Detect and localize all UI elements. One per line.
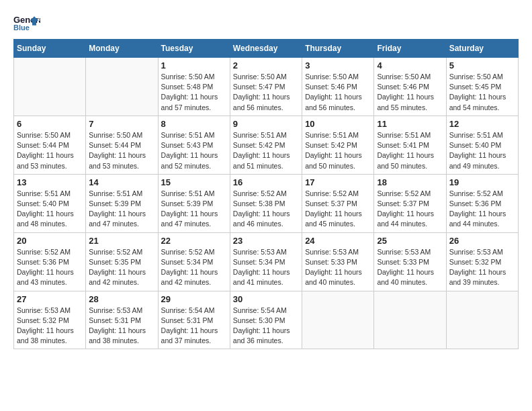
day-number: 29 bbox=[161, 294, 227, 304]
calendar-cell: 13Sunrise: 5:51 AMSunset: 5:40 PMDayligh… bbox=[14, 174, 86, 232]
weekday-header: Monday bbox=[86, 40, 158, 58]
day-info: Sunrise: 5:50 AMSunset: 5:45 PMDaylight:… bbox=[449, 72, 515, 113]
calendar-cell: 23Sunrise: 5:53 AMSunset: 5:34 PMDayligh… bbox=[230, 232, 302, 291]
day-number: 11 bbox=[377, 119, 443, 129]
day-number: 6 bbox=[17, 119, 83, 129]
day-info: Sunrise: 5:51 AMSunset: 5:40 PMDaylight:… bbox=[449, 130, 515, 171]
day-info: Sunrise: 5:50 AMSunset: 5:46 PMDaylight:… bbox=[377, 72, 443, 113]
calendar-cell: 10Sunrise: 5:51 AMSunset: 5:42 PMDayligh… bbox=[302, 116, 374, 174]
day-number: 30 bbox=[233, 294, 299, 304]
calendar-cell: 29Sunrise: 5:54 AMSunset: 5:31 PMDayligh… bbox=[158, 291, 230, 349]
day-number: 13 bbox=[17, 177, 83, 187]
day-info: Sunrise: 5:53 AMSunset: 5:34 PMDaylight:… bbox=[233, 247, 299, 288]
day-number: 20 bbox=[17, 236, 83, 246]
calendar-week-row: 13Sunrise: 5:51 AMSunset: 5:40 PMDayligh… bbox=[14, 174, 519, 232]
weekday-header: Sunday bbox=[14, 40, 86, 58]
day-number: 16 bbox=[233, 177, 299, 187]
day-info: Sunrise: 5:50 AMSunset: 5:46 PMDaylight:… bbox=[305, 72, 371, 113]
day-info: Sunrise: 5:51 AMSunset: 5:43 PMDaylight:… bbox=[161, 130, 227, 171]
weekday-header: Saturday bbox=[446, 40, 518, 58]
calendar-cell: 18Sunrise: 5:52 AMSunset: 5:37 PMDayligh… bbox=[374, 174, 446, 232]
calendar-cell: 16Sunrise: 5:52 AMSunset: 5:38 PMDayligh… bbox=[230, 174, 302, 232]
day-number: 14 bbox=[89, 177, 154, 187]
calendar-cell bbox=[86, 58, 158, 116]
day-info: Sunrise: 5:50 AMSunset: 5:47 PMDaylight:… bbox=[233, 72, 299, 113]
day-info: Sunrise: 5:52 AMSunset: 5:37 PMDaylight:… bbox=[305, 189, 371, 230]
day-info: Sunrise: 5:52 AMSunset: 5:38 PMDaylight:… bbox=[233, 189, 299, 230]
day-number: 27 bbox=[17, 294, 83, 304]
day-info: Sunrise: 5:51 AMSunset: 5:39 PMDaylight:… bbox=[161, 189, 227, 230]
day-number: 1 bbox=[161, 60, 227, 71]
day-info: Sunrise: 5:54 AMSunset: 5:31 PMDaylight:… bbox=[161, 306, 227, 347]
day-number: 24 bbox=[305, 236, 371, 246]
day-number: 8 bbox=[161, 119, 227, 129]
day-number: 22 bbox=[161, 236, 227, 246]
calendar-week-row: 6Sunrise: 5:50 AMSunset: 5:44 PMDaylight… bbox=[14, 116, 519, 174]
day-number: 23 bbox=[233, 236, 299, 246]
weekday-header-row: SundayMondayTuesdayWednesdayThursdayFrid… bbox=[14, 40, 519, 58]
day-info: Sunrise: 5:53 AMSunset: 5:33 PMDaylight:… bbox=[377, 247, 443, 288]
calendar-cell: 15Sunrise: 5:51 AMSunset: 5:39 PMDayligh… bbox=[158, 174, 230, 232]
calendar-cell bbox=[14, 58, 86, 116]
day-number: 17 bbox=[305, 177, 371, 187]
calendar-cell: 8Sunrise: 5:51 AMSunset: 5:43 PMDaylight… bbox=[158, 116, 230, 174]
day-number: 5 bbox=[449, 60, 515, 71]
calendar-week-row: 27Sunrise: 5:53 AMSunset: 5:32 PMDayligh… bbox=[14, 291, 519, 349]
day-number: 28 bbox=[89, 294, 154, 304]
calendar-cell: 20Sunrise: 5:52 AMSunset: 5:36 PMDayligh… bbox=[14, 232, 86, 291]
day-info: Sunrise: 5:53 AMSunset: 5:32 PMDaylight:… bbox=[17, 306, 83, 347]
day-number: 15 bbox=[161, 177, 227, 187]
logo: General Blue bbox=[13, 13, 40, 32]
calendar-cell: 25Sunrise: 5:53 AMSunset: 5:33 PMDayligh… bbox=[374, 232, 446, 291]
calendar-cell: 9Sunrise: 5:51 AMSunset: 5:42 PMDaylight… bbox=[230, 116, 302, 174]
calendar-cell: 22Sunrise: 5:52 AMSunset: 5:34 PMDayligh… bbox=[158, 232, 230, 291]
weekday-header: Thursday bbox=[302, 40, 374, 58]
calendar-cell bbox=[446, 291, 518, 349]
calendar-cell bbox=[374, 291, 446, 349]
logo-icon: General Blue bbox=[13, 13, 40, 32]
weekday-header: Wednesday bbox=[230, 40, 302, 58]
calendar-table: SundayMondayTuesdayWednesdayThursdayFrid… bbox=[13, 39, 519, 349]
day-info: Sunrise: 5:50 AMSunset: 5:48 PMDaylight:… bbox=[161, 72, 227, 113]
day-info: Sunrise: 5:52 AMSunset: 5:35 PMDaylight:… bbox=[89, 247, 154, 288]
calendar-cell: 3Sunrise: 5:50 AMSunset: 5:46 PMDaylight… bbox=[302, 58, 374, 116]
day-number: 3 bbox=[305, 60, 371, 71]
day-info: Sunrise: 5:52 AMSunset: 5:34 PMDaylight:… bbox=[161, 247, 227, 288]
svg-text:Blue: Blue bbox=[13, 24, 30, 32]
day-number: 9 bbox=[233, 119, 299, 129]
day-number: 19 bbox=[449, 177, 515, 187]
weekday-header: Friday bbox=[374, 40, 446, 58]
calendar-cell: 24Sunrise: 5:53 AMSunset: 5:33 PMDayligh… bbox=[302, 232, 374, 291]
day-info: Sunrise: 5:50 AMSunset: 5:44 PMDaylight:… bbox=[89, 130, 154, 171]
day-number: 10 bbox=[305, 119, 371, 129]
calendar-week-row: 1Sunrise: 5:50 AMSunset: 5:48 PMDaylight… bbox=[14, 58, 519, 116]
calendar-cell: 21Sunrise: 5:52 AMSunset: 5:35 PMDayligh… bbox=[86, 232, 158, 291]
calendar-cell bbox=[302, 291, 374, 349]
calendar-cell: 7Sunrise: 5:50 AMSunset: 5:44 PMDaylight… bbox=[86, 116, 158, 174]
day-info: Sunrise: 5:52 AMSunset: 5:37 PMDaylight:… bbox=[377, 189, 443, 230]
day-info: Sunrise: 5:50 AMSunset: 5:44 PMDaylight:… bbox=[17, 130, 83, 171]
day-number: 26 bbox=[449, 236, 515, 246]
day-info: Sunrise: 5:53 AMSunset: 5:33 PMDaylight:… bbox=[305, 247, 371, 288]
calendar-week-row: 20Sunrise: 5:52 AMSunset: 5:36 PMDayligh… bbox=[14, 232, 519, 291]
day-number: 21 bbox=[89, 236, 154, 246]
weekday-header: Tuesday bbox=[158, 40, 230, 58]
calendar-cell: 11Sunrise: 5:51 AMSunset: 5:41 PMDayligh… bbox=[374, 116, 446, 174]
day-number: 7 bbox=[89, 119, 154, 129]
day-number: 12 bbox=[449, 119, 515, 129]
day-info: Sunrise: 5:53 AMSunset: 5:32 PMDaylight:… bbox=[449, 247, 515, 288]
calendar-cell: 1Sunrise: 5:50 AMSunset: 5:48 PMDaylight… bbox=[158, 58, 230, 116]
day-info: Sunrise: 5:54 AMSunset: 5:30 PMDaylight:… bbox=[233, 306, 299, 347]
day-info: Sunrise: 5:51 AMSunset: 5:39 PMDaylight:… bbox=[89, 189, 154, 230]
calendar-cell: 12Sunrise: 5:51 AMSunset: 5:40 PMDayligh… bbox=[446, 116, 518, 174]
calendar-cell: 26Sunrise: 5:53 AMSunset: 5:32 PMDayligh… bbox=[446, 232, 518, 291]
day-info: Sunrise: 5:51 AMSunset: 5:42 PMDaylight:… bbox=[305, 130, 371, 171]
day-number: 18 bbox=[377, 177, 443, 187]
calendar-cell: 6Sunrise: 5:50 AMSunset: 5:44 PMDaylight… bbox=[14, 116, 86, 174]
calendar-cell: 4Sunrise: 5:50 AMSunset: 5:46 PMDaylight… bbox=[374, 58, 446, 116]
day-info: Sunrise: 5:51 AMSunset: 5:42 PMDaylight:… bbox=[233, 130, 299, 171]
calendar-cell: 2Sunrise: 5:50 AMSunset: 5:47 PMDaylight… bbox=[230, 58, 302, 116]
calendar-cell: 19Sunrise: 5:52 AMSunset: 5:36 PMDayligh… bbox=[446, 174, 518, 232]
calendar-cell: 14Sunrise: 5:51 AMSunset: 5:39 PMDayligh… bbox=[86, 174, 158, 232]
calendar-cell: 27Sunrise: 5:53 AMSunset: 5:32 PMDayligh… bbox=[14, 291, 86, 349]
